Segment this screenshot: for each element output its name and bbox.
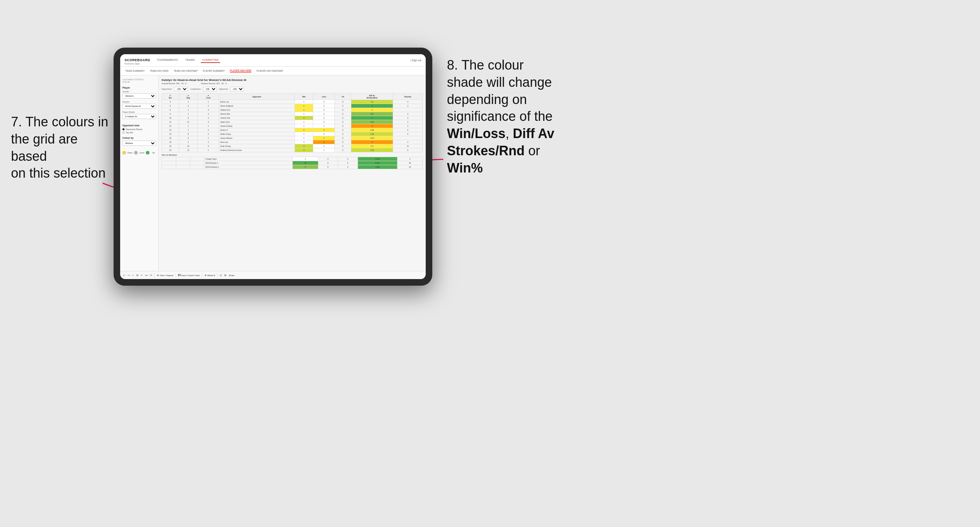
division-record: Division Record: 331 - 34 - 6 <box>201 83 227 84</box>
gender-select[interactable]: Women's <box>123 94 156 98</box>
table-row: 3 1 1 Esther Lee 1 0 0 1.5 4 <box>162 100 423 104</box>
toolbar-divider-2 <box>175 273 176 278</box>
undo2-icon[interactable]: ⤺ <box>132 274 134 277</box>
col-div: #Div <box>162 94 179 100</box>
opponent-view-title: Opponent view <box>123 124 156 127</box>
radio-top100[interactable]: Top 100 <box>123 132 156 134</box>
legend-down-dot <box>123 151 126 154</box>
share-btn[interactable]: Share <box>229 274 234 276</box>
radio-label-opponents: Opponents Played <box>126 128 142 130</box>
radio-dot-opponents <box>123 128 124 130</box>
tab-team-h2h-grid[interactable]: TEAM H2H GRID <box>150 70 169 72</box>
h2h-table: #Div #Reg #Conf Opponent Win Loss Tie Di… <box>162 94 423 152</box>
table-row: 6 1 3 Sydney Kuo 1 0 0 -1 <box>162 108 423 112</box>
layout-icon[interactable]: ⊡ <box>220 274 222 277</box>
legend-down-label: Down <box>127 152 133 154</box>
tab-team-summary[interactable]: TEAM SUMMARY <box>125 70 145 72</box>
division-select[interactable]: NCAA Division III <box>123 104 156 109</box>
table-row: 14 7 4 Eunice Yi 2 2 0 0.38 9 <box>162 128 423 132</box>
tab-team-h2h-heatmap[interactable]: TEAM H2H HEATMAP <box>173 70 198 72</box>
toolbar-divider-3 <box>202 273 202 278</box>
tab-player-h2h-grid[interactable]: PLAYER H2H GRID <box>230 69 252 73</box>
dots-icon[interactable]: ••• <box>145 274 148 276</box>
col-loss: Loss <box>313 94 335 100</box>
col-rounds: Rounds <box>393 94 423 100</box>
table-row: 19 10 6 Emily Chang 4 1 0 0.3 11 <box>162 144 423 148</box>
colour-by-title: Colour by <box>123 137 156 139</box>
toolbar-divider-4 <box>217 273 218 278</box>
ood-table-row: NCAA Division 2 5 0 0 7.400 10 <box>162 165 423 169</box>
legend: Down Level Up <box>123 151 156 154</box>
out-of-division-table: Foreign Team 1 0 0 4.500 2 NAIA Division… <box>162 157 423 169</box>
view-original-btn[interactable]: 👁 View: Original <box>157 274 173 276</box>
ood-table-row: Foreign Team 1 0 0 4.500 2 <box>162 157 423 161</box>
legend-up-label: Up <box>151 152 156 154</box>
grid-area: Katelyn Vo Head-to-Head Grid for Women's… <box>159 75 426 271</box>
conference-filter-label: Conference <box>190 88 200 90</box>
nav-bar: SCOREBOARD Powered by clippd TOURNAMENTS… <box>120 54 426 67</box>
annotation-right: 8. The colour shade will change dependin… <box>447 57 608 177</box>
radio-dot-top100 <box>123 132 124 134</box>
legend-level-label: Level <box>139 152 144 154</box>
save-custom-view-btn[interactable]: 💾 Save Custom View <box>178 274 200 276</box>
layout2-icon[interactable]: ⊠ <box>224 274 226 277</box>
sign-out[interactable]: | Sign out <box>411 59 421 62</box>
grid-icon[interactable]: ⊞ <box>136 274 138 277</box>
overall-record: Overall Record: 353 - 34 - 6 <box>162 83 186 84</box>
bottom-toolbar: ↩ ↪ ⤺ ⊞ ✂ ••• ⟲ 👁 View: Original 💾 Save … <box>120 271 426 279</box>
col-opponent: Opponent <box>219 94 295 100</box>
player-section-title: Player <box>123 86 156 89</box>
radio-label-top100: Top 100 <box>126 132 133 134</box>
opponent-filter-label: Opponent <box>219 88 228 90</box>
toolbar-divider-1 <box>154 273 154 278</box>
undo-icon[interactable]: ↩ <box>123 274 125 277</box>
main-content: Last Updated: 27/03/2024 16:55:38 Player… <box>120 75 426 271</box>
annotation-left: 7. The colours in the grid are based on … <box>11 114 117 182</box>
conference-filter-select[interactable]: (All) <box>203 87 217 91</box>
left-panel: Last Updated: 27/03/2024 16:55:38 Player… <box>120 75 159 271</box>
filter-row: Opponents: (All) Conference (All) Oppone… <box>162 87 423 91</box>
tab-player-h2h-heatmap[interactable]: PLAYER H2H HEATMAP <box>256 70 283 72</box>
tablet-frame: SCOREBOARD Powered by clippd TOURNAMENTS… <box>114 48 432 286</box>
legend-up-dot <box>146 151 150 154</box>
last-updated: Last Updated: 27/03/2024 16:55:38 <box>123 78 156 84</box>
cut-icon[interactable]: ✂ <box>141 274 143 277</box>
table-row: 11 11 3 Heeju Hyun 1 0 0 3.33 3 <box>162 120 423 124</box>
table-row: 5 2 2 Alexis Sudjianto 1 0 0 4 3 <box>162 104 423 108</box>
redo-icon[interactable]: ↪ <box>127 274 130 277</box>
logo: SCOREBOARD Powered by clippd <box>124 56 150 65</box>
table-row: 10 6 3 Andrea York 2 0 0 4 4 <box>162 116 423 120</box>
out-of-division-label: Out of division <box>162 152 423 157</box>
grid-title: Katelyn Vo Head-to-Head Grid for Women's… <box>162 78 423 82</box>
table-row: 20 11 7 Federica Domecq Lacroze 2 1 0 1.… <box>162 148 423 152</box>
sub-nav: TEAM SUMMARY TEAM H2H GRID TEAM H2H HEAT… <box>120 67 426 75</box>
nav-links: TOURNAMENTS TEAMS COMMITTEE <box>155 57 220 63</box>
tab-player-summary[interactable]: PLAYER SUMMARY <box>203 70 225 72</box>
player-rank-label: Player (Rank) <box>123 111 156 113</box>
nav-committee[interactable]: COMMITTEE <box>201 57 220 63</box>
division-label: Division <box>123 101 156 103</box>
col-tie: Tie <box>335 94 351 100</box>
col-win: Win <box>294 94 313 100</box>
legend-level-dot <box>134 151 138 154</box>
opponent-filter-select[interactable]: (All) <box>230 87 244 91</box>
table-row: 13 1 1 Jessica Huang 1 1 0 -3 2 <box>162 124 423 128</box>
tablet-screen: SCOREBOARD Powered by clippd TOURNAMENTS… <box>120 54 426 279</box>
watch-btn[interactable]: 👁 Watch ▾ <box>204 274 215 276</box>
radio-opponents-played[interactable]: Opponents Played <box>123 128 156 130</box>
refresh-icon[interactable]: ⟲ <box>150 274 152 277</box>
opponents-filter-label: Opponents: <box>162 88 172 90</box>
nav-tournaments[interactable]: TOURNAMENTS <box>155 57 180 63</box>
table-row: 15 8 5 Stella Cheng 1 0 0 1.25 4 <box>162 132 423 136</box>
col-reg: #Reg <box>179 94 198 100</box>
col-diff: Diff AvStrokes/Rnd <box>351 94 393 100</box>
table-row: 18 2 2 Euna Lee 0 2 0 -5 2 <box>162 140 423 144</box>
player-rank-select[interactable]: 8. Katelyn Vo <box>123 114 156 119</box>
ood-table-row: NAIA Division 1 15 0 0 9.267 30 <box>162 161 423 165</box>
colour-by-select[interactable]: Win/loss <box>123 141 156 146</box>
col-conf: #Conf <box>198 94 219 100</box>
nav-teams[interactable]: TEAMS <box>184 57 196 63</box>
grid-records: Overall Record: 353 - 34 - 6 Division Re… <box>162 83 423 84</box>
opponents-filter-select[interactable]: (All) <box>174 87 188 91</box>
table-row: 16 9 1 Jessica Mason 1 2 0 -0.94 <box>162 136 423 140</box>
